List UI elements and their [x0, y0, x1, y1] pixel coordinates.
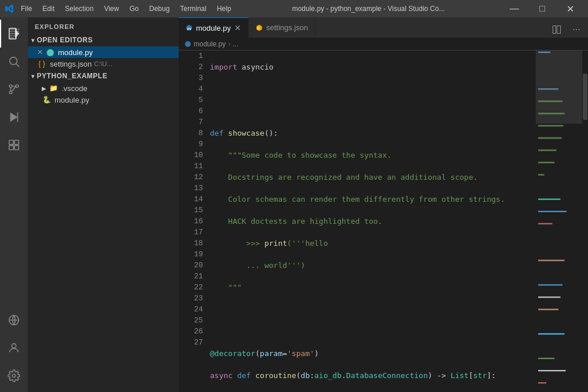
activity-remote[interactable] — [0, 306, 28, 334]
svg-text:{}: {} — [257, 27, 259, 30]
breadcrumb-rest[interactable]: ... — [233, 40, 238, 48]
menu-edit[interactable]: Edit — [38, 3, 59, 14]
settings-path-suffix: C:\U... — [94, 60, 112, 67]
tabs-actions: ··· — [545, 21, 588, 38]
open-editors-chevron: ▾ — [31, 37, 35, 43]
window-title: module.py - python_example - Visual Stud… — [236, 5, 501, 13]
tab-settings-json[interactable]: {} settings.json — [249, 17, 315, 38]
tab-module-py-label: module.py — [196, 24, 231, 32]
svg-point-19 — [185, 41, 191, 47]
svg-rect-9 — [14, 140, 19, 144]
titlebar-menu: File Edit Selection View Go Debug Termin… — [16, 3, 236, 14]
svg-point-5 — [9, 85, 12, 88]
py-file-icon2: 🐍 — [42, 95, 51, 104]
sidebar-item-module-py-open[interactable]: ✕ ⬤ module.py — [28, 46, 179, 58]
svg-rect-11 — [14, 146, 19, 150]
minimap-canvas — [536, 50, 582, 392]
module-py-label: module.py — [55, 96, 89, 104]
close-module-icon[interactable]: ✕ — [37, 48, 43, 56]
activity-bar — [0, 17, 28, 392]
svg-point-1 — [10, 57, 17, 65]
svg-point-4 — [16, 85, 19, 88]
sidebar-item-vscode-folder[interactable]: ▶ 📁 .vscode — [28, 82, 179, 94]
project-chevron: ▾ — [31, 73, 35, 79]
activity-explorer[interactable] — [0, 20, 28, 48]
sidebar-title: EXPLORER — [28, 17, 179, 34]
tabs-bar: py module.py ✕ {} settings.json — [179, 17, 588, 38]
minimize-button[interactable]: — — [501, 0, 528, 17]
open-editor-module-label: module.py — [58, 48, 93, 57]
open-editor-settings-label: settings.json — [50, 60, 92, 68]
line-numbers: 12345 678910 1112131415 1617181920 21222… — [179, 50, 208, 392]
open-editors-section[interactable]: ▾ OPEN EDITORS — [28, 34, 179, 46]
code-content[interactable]: import asyncio def showcase(): """Some c… — [208, 50, 536, 392]
sidebar-item-settings-json-open[interactable]: { } settings.json C:\U... — [28, 58, 179, 70]
editor-area: py module.py ✕ {} settings.json — [179, 17, 588, 392]
svg-rect-10 — [9, 146, 13, 150]
json-tab-icon: {} — [256, 24, 263, 31]
breadcrumb: module.py › ... — [179, 38, 588, 50]
sidebar-item-module-py[interactable]: 🐍 module.py — [28, 94, 179, 106]
minimap — [536, 50, 582, 392]
folder-icon: 📁 — [49, 84, 58, 93]
py-file-icon: ⬤ — [45, 48, 55, 57]
activity-extensions[interactable] — [0, 131, 28, 159]
scrollbar-thumb[interactable] — [583, 74, 587, 120]
more-actions-button[interactable]: ··· — [568, 21, 585, 38]
close-button[interactable]: ✕ — [557, 0, 583, 17]
svg-point-3 — [9, 91, 12, 94]
titlebar: File Edit Selection View Go Debug Termin… — [0, 0, 588, 17]
menu-help[interactable]: Help — [212, 3, 236, 14]
py-breadcrumb-icon — [184, 41, 191, 48]
vscode-folder-label: .vscode — [61, 84, 88, 93]
vscode-logo-icon — [5, 4, 14, 13]
activity-settings[interactable] — [0, 362, 28, 390]
tab-module-py[interactable]: py module.py ✕ — [179, 17, 249, 38]
activity-accounts[interactable] — [0, 334, 28, 362]
split-editor-button[interactable] — [549, 21, 565, 38]
activity-source-control[interactable] — [0, 75, 28, 103]
svg-point-13 — [12, 344, 16, 348]
menu-file[interactable]: File — [16, 3, 37, 14]
svg-rect-8 — [9, 140, 13, 144]
titlebar-left: File Edit Selection View Go Debug Termin… — [5, 3, 236, 14]
maximize-button[interactable]: □ — [529, 0, 556, 17]
breadcrumb-sep: › — [228, 40, 230, 48]
menu-terminal[interactable]: Terminal — [176, 3, 211, 14]
vscode-folder-chevron: ▶ — [42, 85, 46, 92]
breadcrumb-filename[interactable]: module.py — [194, 40, 226, 48]
menu-selection[interactable]: Selection — [60, 3, 98, 14]
sidebar: EXPLORER ▾ OPEN EDITORS ✕ ⬤ module.py { … — [28, 17, 179, 392]
activity-search[interactable] — [0, 48, 28, 75]
activity-run[interactable] — [0, 103, 28, 131]
main-layout: EXPLORER ▾ OPEN EDITORS ✕ ⬤ module.py { … — [0, 17, 588, 392]
project-section[interactable]: ▾ PYTHON_EXAMPLE — [28, 70, 179, 82]
project-label: PYTHON_EXAMPLE — [37, 72, 108, 80]
vertical-scrollbar[interactable] — [582, 50, 588, 392]
svg-text:py: py — [187, 27, 192, 30]
open-editors-label: OPEN EDITORS — [37, 36, 93, 44]
svg-line-2 — [16, 64, 19, 67]
svg-marker-6 — [10, 112, 18, 122]
menu-view[interactable]: View — [99, 3, 124, 14]
json-file-icon: { } — [37, 59, 46, 68]
tab-settings-json-label: settings.json — [266, 23, 308, 32]
code-editor: 12345 678910 1112131415 1617181920 21222… — [179, 50, 588, 392]
menu-go[interactable]: Go — [125, 3, 143, 14]
menu-debug[interactable]: Debug — [144, 3, 174, 14]
tab-module-py-close[interactable]: ✕ — [234, 24, 241, 32]
svg-point-14 — [12, 374, 16, 378]
py-tab-icon: py — [186, 24, 193, 31]
titlebar-controls: — □ ✕ — [501, 0, 583, 17]
